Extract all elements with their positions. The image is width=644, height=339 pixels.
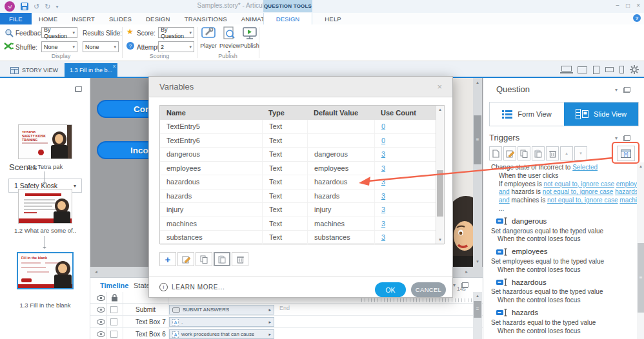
scroll-down-icon[interactable]: ▾ (473, 259, 482, 264)
help-icon[interactable]: ? (633, 14, 641, 22)
eye-icon[interactable] (97, 295, 105, 301)
variable-row[interactable]: TextEntry6Text0 (160, 134, 444, 148)
close-button[interactable]: × (636, 2, 640, 9)
lock-checkbox[interactable] (110, 318, 117, 325)
undock-panel-icon[interactable] (623, 87, 630, 93)
move-trigger-up-button[interactable]: ▴ (560, 146, 573, 160)
edit-trigger-button[interactable] (503, 146, 516, 160)
lock-checkbox[interactable] (110, 331, 117, 338)
trigger-link[interactable]: hazards (615, 188, 637, 195)
variable-row[interactable]: injuryTextinjury3 (160, 203, 444, 217)
close-tab-icon[interactable]: x (113, 63, 116, 69)
timeline-vertical-scrollbar[interactable]: ▴ ≡ (473, 292, 482, 339)
expand-arrow-icon[interactable]: ▸ (268, 307, 271, 313)
expand-arrow-icon[interactable]: ▸ (268, 332, 271, 337)
trigger-group-hazards[interactable]: hazards (488, 309, 637, 317)
add-variable-button[interactable]: + (159, 252, 176, 266)
scroll-left-icon[interactable]: ◂ (92, 269, 101, 275)
scroll-up-icon[interactable]: ▴ (436, 107, 444, 112)
gear-icon[interactable] (630, 65, 639, 74)
attempts-select[interactable]: 2▾ (158, 41, 194, 52)
variable-row[interactable]: machinesTextmachines3 (160, 217, 444, 231)
use-count-link[interactable]: 3 (381, 150, 385, 158)
use-count-link[interactable]: 3 (381, 233, 385, 241)
scrollbar-thumb[interactable] (437, 170, 443, 217)
eye-icon[interactable] (97, 331, 105, 337)
use-count-link[interactable]: 3 (381, 192, 385, 200)
slide-view-button[interactable]: Slide View (564, 102, 638, 126)
variable-row[interactable]: hazardousTexthazardous3 (160, 175, 444, 189)
scroll-right-icon[interactable]: ▸ (462, 269, 471, 275)
table-scrollbar[interactable]: ▴ ▾ (436, 106, 444, 244)
scrollbar-thumb[interactable]: ≡ (638, 243, 644, 313)
use-count-link[interactable]: 3 (381, 178, 385, 186)
player-button[interactable]: Player (199, 26, 218, 49)
shuffle-select[interactable]: None▾ (41, 41, 77, 52)
trigger-link[interactable]: employees (616, 180, 637, 188)
preview-button[interactable]: Preview ▾ (219, 26, 239, 53)
timeline-row[interactable]: Text Box 7A.▸ (90, 316, 483, 328)
manage-variables-button[interactable]: [x] (617, 146, 635, 161)
chevron-down-icon[interactable]: ▾ (615, 135, 618, 141)
paste-trigger-button[interactable] (532, 146, 545, 160)
redo-icon[interactable]: ↻ (45, 3, 50, 11)
publish-button[interactable]: Publish (240, 26, 259, 49)
scroll-down-icon[interactable]: ▾ (436, 237, 444, 242)
save-icon[interactable] (21, 3, 28, 10)
new-trigger-button[interactable] (489, 146, 502, 160)
triggers-scrollbar[interactable]: ▴ ≡ (637, 162, 644, 339)
edit-variable-button[interactable] (177, 252, 194, 266)
expand-arrow-icon[interactable]: ▸ (268, 320, 271, 325)
tablet-portrait-icon[interactable] (593, 66, 599, 74)
scrollbar-thumb[interactable]: ≡ (474, 301, 481, 318)
undock-panel-icon[interactable] (75, 86, 82, 92)
variable-row[interactable]: dangerousTextdangerous3 (160, 148, 444, 162)
menu-tab-design-contextual[interactable]: DESIGN (263, 13, 312, 24)
tab-active-slide[interactable]: 1.3 Fill in the b... x (65, 63, 117, 77)
use-count-link[interactable]: 0 (381, 122, 385, 130)
copy-trigger-button[interactable] (518, 146, 530, 160)
menu-tab-file[interactable]: FILE (0, 13, 32, 24)
variable-row[interactable]: employeesTextemployees3 (160, 162, 444, 176)
lock-checkbox[interactable] (110, 306, 117, 313)
trigger-link[interactable]: machines (619, 197, 637, 204)
canvas-vertical-scrollbar[interactable]: ▴ ≡ ▾ (473, 78, 482, 267)
timeline-row[interactable]: Text Box 6Awork procedures that can caus… (90, 328, 483, 339)
maximize-button[interactable]: □ (626, 2, 630, 9)
slide-thumbnail-1-3[interactable]: Fill in the blank (17, 252, 74, 289)
use-count-link[interactable]: 3 (381, 206, 385, 213)
timeline-object-bar[interactable]: A.▸ (169, 317, 274, 327)
menu-tab-design[interactable]: DESIGN (139, 13, 177, 24)
dialog-close-icon[interactable]: × (437, 82, 442, 92)
monitor-icon[interactable] (578, 66, 587, 73)
scrollbar-thumb[interactable]: ≡ (474, 115, 481, 164)
undock-panel-icon[interactable] (623, 135, 630, 141)
score-select[interactable]: By Question▾ (158, 27, 194, 38)
slide-thumbnail-1-2[interactable] (18, 189, 72, 224)
tab-timeline[interactable]: Timeline (100, 282, 128, 289)
delete-trigger-button[interactable] (546, 146, 559, 160)
trigger-link[interactable]: not equal to, ignore case (543, 180, 614, 188)
move-trigger-down-button[interactable]: ▾ (574, 146, 587, 160)
undo-icon[interactable]: ↺ (34, 3, 39, 11)
tab-story-view[interactable]: STORY VIEW (8, 63, 61, 77)
menu-tab-home[interactable]: HOME (32, 13, 65, 24)
variable-row[interactable]: TextEntry5Text0 (160, 120, 444, 134)
trigger-link[interactable]: not equal to, ignore case (547, 197, 618, 204)
phone-icon[interactable] (619, 66, 624, 73)
variable-row[interactable]: substancesTextsubstances3 (160, 231, 444, 245)
use-count-link[interactable]: 3 (381, 164, 385, 172)
timeline-object-bar[interactable]: Awork procedures that can cause▸ (169, 329, 274, 339)
results-slide-select[interactable]: None▾ (83, 41, 119, 52)
trigger-group-employees[interactable]: employees (488, 247, 637, 256)
chevron-down-icon[interactable]: ▾ (453, 282, 456, 288)
form-view-button[interactable]: Form View (490, 102, 564, 126)
trigger-link[interactable]: and (499, 197, 510, 204)
minimize-button[interactable]: − (616, 2, 619, 9)
chevron-down-icon[interactable]: ▾ (615, 87, 618, 93)
duplicate-variable-button[interactable] (196, 252, 212, 266)
menu-tab-insert[interactable]: INSERT (65, 13, 102, 24)
trigger-link[interactable]: not equal to, ignore case (543, 188, 614, 195)
tablet-landscape-icon[interactable] (605, 67, 614, 72)
menu-tab-slides[interactable]: SLIDES (102, 13, 139, 24)
